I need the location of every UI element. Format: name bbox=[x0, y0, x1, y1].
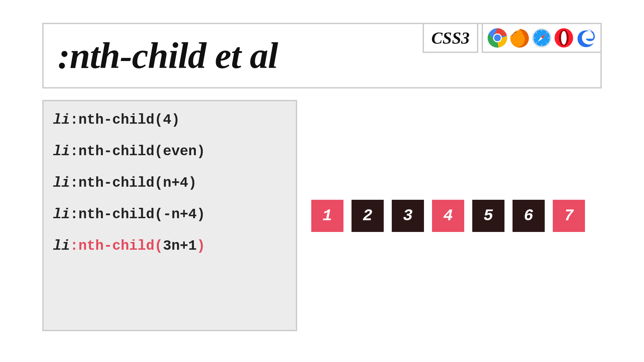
code-selector: :nth-child( bbox=[70, 143, 163, 160]
page-title: :nth-child et al bbox=[58, 35, 278, 77]
list-item-matched: 4 bbox=[432, 200, 464, 232]
list-item: 6 bbox=[513, 200, 545, 232]
list-item-number: 2 bbox=[363, 207, 373, 225]
list-item-number: 4 bbox=[443, 207, 453, 225]
code-selector: :nth-child( bbox=[70, 206, 163, 223]
firefox-icon bbox=[509, 28, 530, 48]
code-line: li:nth-child(even) bbox=[53, 143, 286, 160]
code-selector: :nth-child( bbox=[70, 112, 163, 128]
list-item-number: 6 bbox=[524, 207, 534, 225]
code-close: ) bbox=[197, 143, 205, 160]
code-line-active: li:nth-child(3n+1) bbox=[53, 238, 286, 254]
opera-icon bbox=[554, 28, 574, 48]
code-tag: li bbox=[53, 143, 70, 160]
code-line: li:nth-child(-n+4) bbox=[53, 206, 286, 223]
svg-point-19 bbox=[561, 31, 567, 45]
code-line: li:nth-child(4) bbox=[53, 112, 286, 128]
code-selector: :nth-child( bbox=[70, 175, 163, 191]
code-arg: -n+4 bbox=[163, 206, 197, 223]
list-item-number: 3 bbox=[403, 207, 413, 225]
code-arg: even bbox=[163, 143, 197, 160]
code-tag: li bbox=[53, 175, 70, 191]
list-item-number: 5 bbox=[484, 207, 493, 225]
code-tag: li bbox=[53, 206, 70, 223]
code-close: ) bbox=[197, 206, 205, 223]
list-item: 2 bbox=[352, 200, 384, 232]
list-item-matched: 7 bbox=[553, 200, 585, 232]
header-panel: :nth-child et al CSS3 bbox=[42, 23, 602, 88]
code-close: ) bbox=[188, 175, 197, 191]
list-item: 3 bbox=[392, 200, 424, 232]
code-tag: li bbox=[53, 238, 70, 254]
browser-support-badge bbox=[482, 23, 602, 53]
list-item-number: 1 bbox=[323, 207, 332, 225]
chrome-icon bbox=[487, 28, 507, 48]
code-line: li:nth-child(n+4) bbox=[53, 175, 286, 191]
edge-icon bbox=[576, 28, 596, 48]
code-arg: n+4 bbox=[163, 175, 189, 191]
list-item-number: 7 bbox=[564, 207, 574, 225]
code-selector: :nth-child( bbox=[70, 238, 163, 254]
demo-list: 1 2 3 4 5 6 7 bbox=[311, 200, 585, 232]
code-arg: 3n+1 bbox=[163, 238, 197, 254]
code-arg: 4 bbox=[163, 112, 171, 128]
code-tag: li bbox=[53, 112, 70, 128]
code-panel: li:nth-child(4) li:nth-child(even) li:nt… bbox=[42, 100, 297, 331]
list-item-matched: 1 bbox=[311, 200, 343, 232]
safari-icon bbox=[532, 28, 552, 48]
code-close: ) bbox=[197, 238, 205, 254]
css-version-badge: CSS3 bbox=[423, 23, 478, 53]
svg-point-2 bbox=[494, 35, 501, 41]
css-version-label: CSS3 bbox=[431, 28, 470, 48]
list-item: 5 bbox=[472, 200, 504, 232]
code-close: ) bbox=[171, 112, 180, 128]
